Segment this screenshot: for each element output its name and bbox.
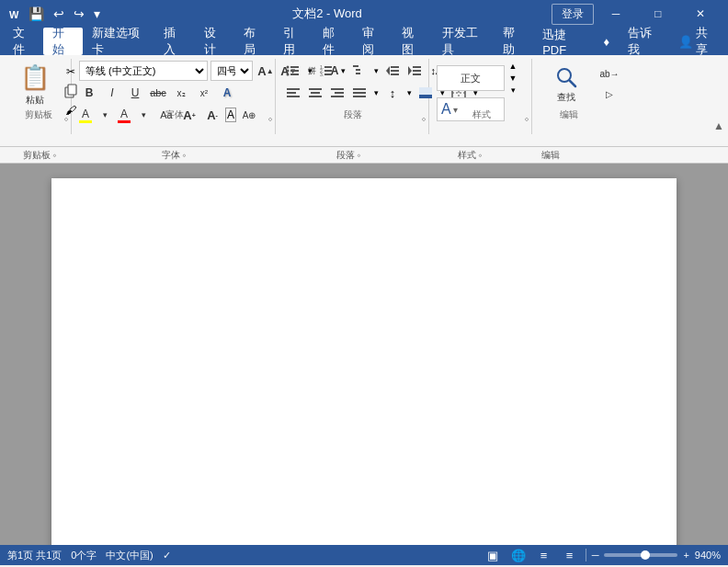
language[interactable]: 中文(中国) [106, 549, 153, 562]
svg-rect-16 [353, 65, 358, 67]
replace-button[interactable]: ab→ [597, 64, 622, 83]
svg-marker-20 [386, 66, 390, 75]
zoom-thumb[interactable] [641, 550, 650, 560]
align-right-button[interactable] [327, 83, 347, 103]
style-normal-button[interactable]: 正文 [437, 65, 505, 91]
styles-section-label[interactable]: 样式⬦ [422, 149, 518, 162]
zoom-minus[interactable]: ─ [592, 550, 599, 561]
styles-group: 正文 ▲ ▼ ▾ A ▾ [431, 59, 532, 134]
ribbon-content: 📋 粘贴 ✂ 🖌 [0, 55, 728, 147]
decrease-indent-button[interactable] [382, 61, 403, 81]
justify-button[interactable] [349, 83, 370, 103]
menu-diamond[interactable]: ♦ [595, 28, 620, 55]
multilevel-dropdown[interactable]: ▾ [371, 61, 381, 81]
style-scroll-up[interactable]: ▲ [506, 61, 519, 72]
strikethrough-button[interactable]: abc [148, 83, 168, 103]
paste-button[interactable]: 📋 粘贴 [11, 61, 59, 108]
zoom-slider[interactable] [604, 553, 677, 557]
svg-rect-39 [353, 96, 366, 97]
svg-rect-22 [391, 70, 399, 72]
clipboard-section-label[interactable]: 剪贴板⬦ [7, 149, 73, 162]
menu-help[interactable]: 帮助 [494, 28, 533, 55]
svg-marker-24 [408, 66, 412, 75]
align-left-button[interactable] [283, 83, 303, 103]
svg-rect-36 [331, 96, 344, 97]
svg-rect-25 [413, 66, 421, 68]
menu-references[interactable]: 引用 [274, 28, 313, 55]
underline-button[interactable]: U [125, 83, 145, 103]
italic-button[interactable]: I [102, 83, 122, 103]
font-size-select[interactable]: 四号 [210, 61, 253, 81]
save-button[interactable]: 💾 [26, 5, 47, 23]
numbering-button[interactable]: 1.2.3. [316, 61, 336, 81]
align-center-button[interactable] [305, 83, 325, 103]
zoom-level[interactable]: 940% [695, 550, 721, 561]
numbering-dropdown[interactable]: ▾ [338, 61, 347, 81]
document-page[interactable] [51, 178, 677, 545]
menu-pdf[interactable]: 迅捷PDF [533, 28, 594, 55]
draft-view-button[interactable]: ≡ [560, 547, 580, 563]
menu-insert[interactable]: 插入 [154, 28, 194, 55]
bold-button[interactable]: B [79, 83, 99, 103]
svg-point-45 [558, 69, 571, 82]
ribbon-collapse-button[interactable]: ▲ [713, 119, 724, 132]
line-spacing-dropdown[interactable]: ▾ [404, 83, 414, 103]
increase-indent-button[interactable] [404, 61, 425, 81]
styles-expand-icon[interactable]: ⬦ [524, 113, 529, 123]
menu-file[interactable]: 文件 [4, 28, 43, 55]
clipboard-expand-icon[interactable]: ⬦ [63, 113, 69, 123]
web-view-button[interactable]: 🌐 [508, 547, 529, 563]
bullets-dropdown[interactable]: ▾ [305, 61, 314, 81]
multilevel-button[interactable] [349, 61, 370, 81]
customize-button[interactable]: ▾ [91, 5, 103, 23]
undo-button[interactable]: ↩ [51, 5, 67, 23]
menu-tellme[interactable]: 告诉我 [619, 28, 669, 55]
font-name-select[interactable]: 等线 (中文正文) [79, 61, 208, 81]
restore-button[interactable]: □ [638, 0, 678, 28]
font-row2: B I U abc x₂ x² A [79, 83, 237, 103]
editing-section-label[interactable]: 编辑 [518, 149, 583, 162]
paragraph-section-label[interactable]: 段落⬦ [275, 149, 422, 162]
menu-view[interactable]: 视图 [392, 28, 432, 55]
line-spacing-button[interactable]: ↕ [382, 83, 403, 103]
text-effect-button[interactable]: A [217, 83, 237, 103]
justify-dropdown[interactable]: ▾ [371, 83, 381, 103]
style-scroll-down[interactable]: ▼ [506, 73, 519, 84]
subscript-button[interactable]: x₂ [171, 83, 191, 103]
print-view-button[interactable]: ▣ [483, 547, 503, 563]
svg-text:3.: 3. [320, 72, 324, 77]
font-section-label[interactable]: 字体⬦ [73, 149, 275, 162]
svg-rect-26 [413, 70, 421, 72]
superscript-button[interactable]: x² [194, 83, 214, 103]
outline-view-button[interactable]: ≡ [534, 547, 554, 563]
increase-font-size-button[interactable]: A▲ [256, 61, 276, 81]
zoom-plus[interactable]: + [683, 550, 688, 561]
menu-design[interactable]: 设计 [195, 28, 234, 55]
svg-rect-28 [287, 88, 300, 90]
menu-mailings[interactable]: 邮件 [313, 28, 353, 55]
font-label: 字体 [74, 108, 275, 121]
bullets-button[interactable] [283, 61, 303, 81]
menu-review[interactable]: 审阅 [353, 28, 392, 55]
marks-icon[interactable]: ✓ [163, 550, 171, 561]
font-group: 等线 (中文正文) 四号 A▲ A▼ 拼 A B I U abc x₂ x [74, 59, 276, 134]
style-expand[interactable]: ▾ [506, 85, 519, 96]
redo-button[interactable]: ↪ [71, 5, 87, 23]
close-button[interactable]: ✕ [680, 0, 721, 28]
svg-rect-23 [391, 74, 399, 75]
menu-newtab[interactable]: 新建选项卡 [83, 28, 154, 55]
find-button[interactable]: 查找 [540, 61, 593, 108]
menu-layout[interactable]: 布局 [234, 28, 274, 55]
login-button[interactable]: 登录 [552, 4, 594, 25]
font-expand-icon[interactable]: ⬦ [267, 113, 273, 123]
document-area[interactable] [0, 164, 728, 545]
status-right: ▣ 🌐 ≡ ≡ ─ + 940% [483, 547, 721, 563]
select-button[interactable]: ▷ [597, 85, 622, 103]
minimize-button[interactable]: ─ [596, 0, 636, 28]
para-expand-icon[interactable]: ⬦ [421, 113, 427, 123]
menu-devtools[interactable]: 开发工具 [433, 28, 494, 55]
svg-rect-11 [324, 66, 332, 68]
menu-share[interactable]: 👤共享 [669, 28, 724, 55]
svg-rect-41 [419, 95, 432, 98]
menu-home[interactable]: 开始 [43, 28, 83, 55]
